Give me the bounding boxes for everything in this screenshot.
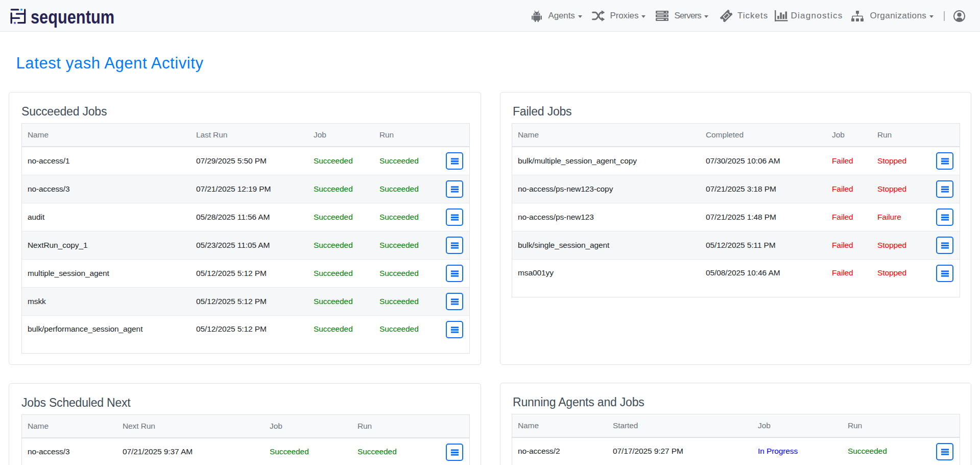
- svg-text:sequentum: sequentum: [31, 7, 114, 28]
